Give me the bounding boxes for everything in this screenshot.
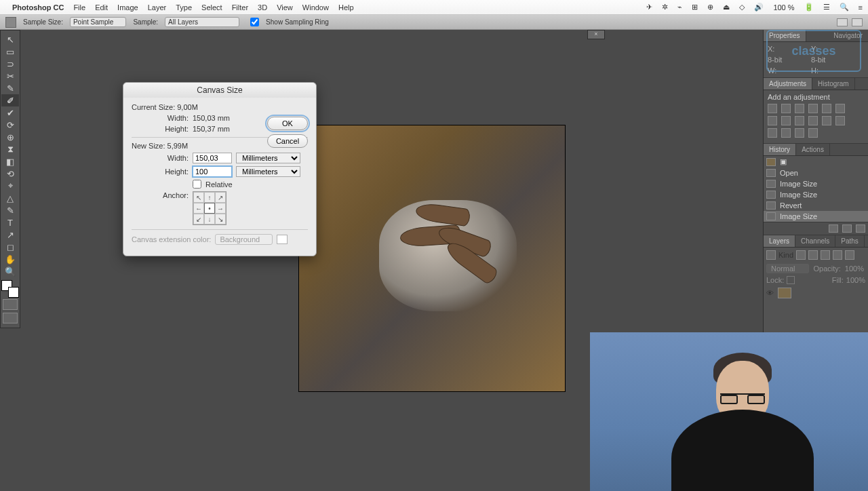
- anchor-e[interactable]: →: [215, 203, 226, 214]
- navigator-tab[interactable]: Navigator: [828, 30, 868, 41]
- ext-color-swatch[interactable]: [277, 235, 288, 244]
- anchor-w[interactable]: ←: [193, 203, 204, 214]
- anchor-n[interactable]: ↑: [204, 192, 215, 203]
- workspace-icon[interactable]: [837, 18, 848, 26]
- new-snapshot-icon[interactable]: [842, 224, 852, 233]
- sample-select[interactable]: All Layers: [165, 17, 239, 27]
- tool-preset-icon[interactable]: [5, 17, 16, 28]
- adj-icon[interactable]: [781, 104, 791, 113]
- status-icon[interactable]: ⌁: [677, 3, 682, 12]
- adj-icon[interactable]: [822, 104, 831, 113]
- adj-icon[interactable]: [768, 116, 777, 125]
- paths-tab[interactable]: Paths: [835, 235, 865, 247]
- height-unit-select[interactable]: Millimeters: [236, 166, 300, 177]
- battery-icon[interactable]: 🔋: [804, 3, 814, 12]
- document-canvas[interactable]: [298, 125, 566, 392]
- show-sampling-ring-checkbox[interactable]: [250, 18, 259, 26]
- status-icon[interactable]: ✲: [662, 3, 668, 12]
- width-field[interactable]: [193, 153, 232, 163]
- adj-icon[interactable]: [768, 104, 777, 113]
- sample-size-select[interactable]: Point Sample: [70, 17, 126, 27]
- adj-icon[interactable]: [781, 128, 791, 138]
- filter-smart-icon[interactable]: [845, 250, 854, 260]
- quickmask-toggle[interactable]: [3, 299, 18, 310]
- eyedropper-tool[interactable]: ✐: [1, 94, 19, 106]
- adj-icon[interactable]: [795, 116, 804, 125]
- history-brush-tool[interactable]: ⧗: [1, 143, 19, 155]
- fill-value[interactable]: 100%: [846, 276, 865, 284]
- menu-file[interactable]: File: [73, 3, 85, 12]
- cancel-button[interactable]: Cancel: [267, 134, 308, 148]
- anchor-center[interactable]: •: [204, 203, 215, 214]
- history-snapshot[interactable]: ▣: [764, 156, 868, 168]
- height-field[interactable]: [193, 166, 232, 177]
- blur-tool[interactable]: ⌖: [1, 180, 19, 192]
- lasso-tool[interactable]: ⊃: [1, 58, 19, 70]
- history-tab[interactable]: History: [764, 144, 796, 155]
- adj-icon[interactable]: [808, 128, 818, 138]
- menu-type[interactable]: Type: [176, 3, 192, 12]
- menu-filter[interactable]: Filter: [232, 3, 248, 12]
- channels-tab[interactable]: Channels: [795, 235, 835, 247]
- anchor-se[interactable]: ↘: [215, 214, 226, 224]
- screenmode-toggle[interactable]: [3, 313, 18, 323]
- status-icon[interactable]: ⊕: [707, 3, 713, 12]
- app-name[interactable]: Photoshop CC: [12, 3, 64, 12]
- adj-icon[interactable]: [795, 128, 804, 138]
- path-select-tool[interactable]: ↗: [1, 229, 19, 241]
- layer-item[interactable]: 👁: [764, 286, 868, 300]
- history-item[interactable]: Image Size: [764, 178, 868, 189]
- actions-tab[interactable]: Actions: [796, 144, 830, 155]
- gradient-tool[interactable]: ⟲: [1, 168, 19, 180]
- anchor-nw[interactable]: ↖: [193, 192, 204, 203]
- adj-icon[interactable]: [781, 116, 791, 125]
- type-tool[interactable]: T: [1, 216, 19, 229]
- menu-window[interactable]: Window: [302, 3, 329, 12]
- healing-tool[interactable]: ✔: [1, 106, 19, 119]
- history-item[interactable]: Image Size: [764, 211, 868, 222]
- menu-view[interactable]: View: [277, 3, 293, 12]
- notif-icon[interactable]: ≡: [859, 3, 863, 12]
- stamp-tool[interactable]: ⊕: [1, 131, 19, 143]
- status-icon[interactable]: ✈: [646, 3, 652, 12]
- filter-type-icon[interactable]: [821, 250, 830, 260]
- status-icon[interactable]: ⏏: [723, 3, 730, 12]
- anchor-sw[interactable]: ↙: [193, 214, 204, 224]
- properties-tab[interactable]: Properties: [764, 30, 806, 41]
- zoom-tool[interactable]: 🔍: [1, 265, 19, 277]
- eye-icon[interactable]: 👁: [766, 289, 774, 297]
- eraser-tool[interactable]: ◧: [1, 155, 19, 168]
- workspace-icon[interactable]: [852, 18, 863, 26]
- menu-image[interactable]: Image: [117, 3, 138, 12]
- quick-select-tool[interactable]: ✂: [1, 70, 19, 82]
- filter-pixel-icon[interactable]: [796, 250, 806, 260]
- menu-help[interactable]: Help: [338, 3, 354, 12]
- adj-icon[interactable]: [795, 104, 804, 113]
- color-swatches[interactable]: [1, 280, 19, 298]
- input-menu[interactable]: ☰: [823, 3, 830, 12]
- spotlight-icon[interactable]: 🔍: [840, 3, 849, 12]
- menu-edit[interactable]: Edit: [95, 3, 108, 12]
- lock-icon[interactable]: [787, 276, 795, 284]
- history-item[interactable]: Revert: [764, 200, 868, 211]
- anchor-s[interactable]: ↓: [204, 214, 215, 224]
- adj-icon[interactable]: [808, 116, 818, 125]
- menu-3d[interactable]: 3D: [258, 3, 267, 12]
- adjustments-tab[interactable]: Adjustments: [764, 78, 812, 90]
- camera-icon[interactable]: [829, 224, 838, 233]
- shape-tool[interactable]: ◻: [1, 241, 19, 253]
- history-item[interactable]: Open: [764, 168, 868, 178]
- adj-icon[interactable]: [808, 104, 818, 113]
- opacity-value[interactable]: 100%: [845, 264, 864, 273]
- ext-color-select[interactable]: Background: [215, 234, 273, 245]
- layers-tab[interactable]: Layers: [764, 235, 795, 247]
- status-icon[interactable]: ⊞: [692, 3, 698, 12]
- brush-tool[interactable]: ⟳: [1, 119, 19, 131]
- relative-checkbox[interactable]: [193, 180, 201, 189]
- anchor-ne[interactable]: ↗: [215, 192, 226, 203]
- volume-icon[interactable]: 🔊: [754, 3, 764, 12]
- crop-tool[interactable]: ✎: [1, 82, 19, 94]
- adj-icon[interactable]: [835, 104, 845, 113]
- histogram-tab[interactable]: Histogram: [812, 78, 855, 90]
- dodge-tool[interactable]: △: [1, 192, 19, 204]
